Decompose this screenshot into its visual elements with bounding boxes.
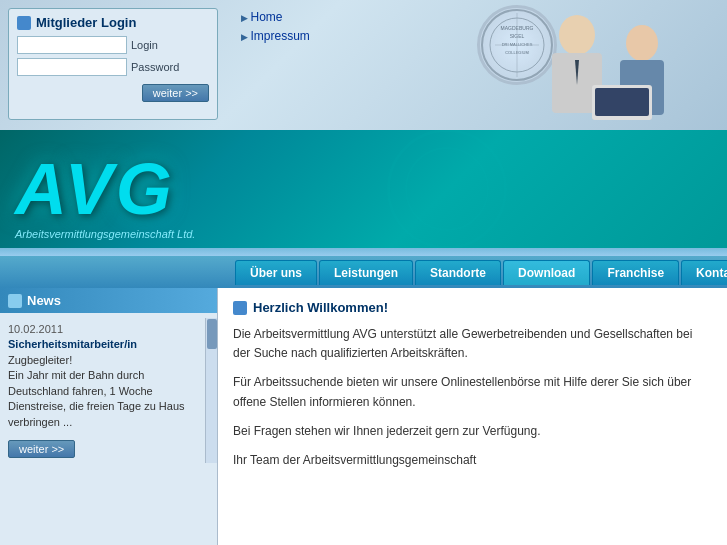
password-input[interactable] <box>17 58 127 76</box>
username-label: Login <box>131 39 186 51</box>
login-heading: Mitglieder Login <box>36 15 136 30</box>
clock-decoration <box>387 130 507 248</box>
login-fields: Login Password <box>17 36 209 76</box>
login-submit-button[interactable]: weiter >> <box>142 84 209 102</box>
news-item: 10.02.2011 Sicherheitsmitarbeiter/in Zug… <box>0 318 205 435</box>
login-title: Mitglieder Login <box>17 15 209 30</box>
scroll-thumb[interactable] <box>207 319 217 349</box>
news-teaser: Zugbegleiter! <box>8 353 197 368</box>
people-image <box>447 5 727 130</box>
welcome-header: Herzlich Willkommen! <box>233 300 712 315</box>
nav-item-download[interactable]: Download <box>503 260 590 285</box>
top-nav: Home Impressum <box>226 0 325 130</box>
scrollbar[interactable] <box>205 318 217 463</box>
news-icon <box>8 294 22 308</box>
avg-logo-text: AVG Arbeitsvermittlungsgemeinschaft Ltd. <box>15 153 175 225</box>
welcome-para-3: Bei Fragen stehen wir Ihnen jederzeit ge… <box>233 422 712 441</box>
avg-title: AVG <box>15 153 175 225</box>
news-body: Ein Jahr mit der Bahn durch Deutschland … <box>8 368 197 430</box>
top-section: Mitglieder Login Login Password weiter >… <box>0 0 727 130</box>
sidebar: News 10.02.2011 Sicherheitsmitarbeiter/i… <box>0 288 218 545</box>
nav-item-leistungen[interactable]: Leistungen <box>319 260 413 285</box>
news-date: 10.02.2011 <box>8 323 197 335</box>
welcome-para-4: Ihr Team der Arbeitsvermittlungsgemeinsc… <box>233 451 712 470</box>
sidebar-title: News <box>27 293 61 308</box>
nav-impressum-link[interactable]: Impressum <box>241 29 310 43</box>
welcome-title: Herzlich Willkommen! <box>253 300 388 315</box>
login-icon <box>17 16 31 30</box>
main-area: Herzlich Willkommen! Die Arbeitsvermittl… <box>218 288 727 545</box>
nav-home-link[interactable]: Home <box>241 10 310 24</box>
nav-items: Über uns Leistungen Standorte Download F… <box>235 260 727 285</box>
welcome-text: Die Arbeitsvermittlung AVG unterstützt a… <box>233 325 712 470</box>
password-label: Password <box>131 61 186 73</box>
news-title: Sicherheitsmitarbeiter/in <box>8 338 197 350</box>
username-input[interactable] <box>17 36 127 54</box>
welcome-para-2: Für Arbeitssuchende bieten wir unsere On… <box>233 373 712 411</box>
nav-item-kontakt[interactable]: Kontakt <box>681 260 727 285</box>
login-username-row: Login <box>17 36 209 54</box>
nav-item-uber-uns[interactable]: Über uns <box>235 260 317 285</box>
svg-rect-13 <box>595 88 649 116</box>
top-divider <box>0 248 727 256</box>
navbar: Über uns Leistungen Standorte Download F… <box>0 256 727 288</box>
avg-banner: AVG Arbeitsvermittlungsgemeinschaft Ltd. <box>0 130 727 248</box>
sidebar-header: News <box>0 288 217 313</box>
main-content: News 10.02.2011 Sicherheitsmitarbeiter/i… <box>0 288 727 545</box>
avg-subtitle: Arbeitsvermittlungsgemeinschaft Ltd. <box>15 228 195 240</box>
login-password-row: Password <box>17 58 209 76</box>
login-box: Mitglieder Login Login Password weiter >… <box>8 8 218 120</box>
svg-point-8 <box>559 15 595 55</box>
welcome-para-1: Die Arbeitsvermittlung AVG unterstützt a… <box>233 325 712 363</box>
weiter-button[interactable]: weiter >> <box>8 440 75 458</box>
nav-item-franchise[interactable]: Franchise <box>592 260 679 285</box>
svg-point-10 <box>626 25 658 61</box>
nav-item-standorte[interactable]: Standorte <box>415 260 501 285</box>
welcome-icon <box>233 301 247 315</box>
